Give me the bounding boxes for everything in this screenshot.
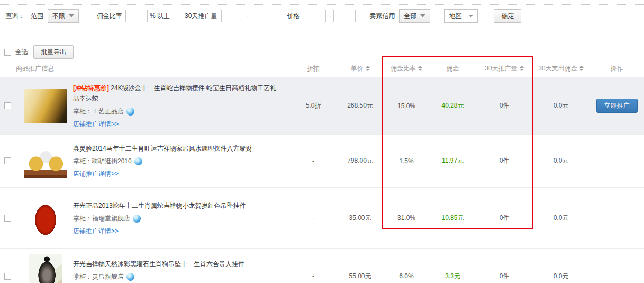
confirm-button[interactable]: 确定 <box>494 9 521 23</box>
row-checkbox[interactable] <box>4 273 11 280</box>
shopkeeper-label: 掌柜： <box>73 107 92 116</box>
cell-commission-rate: 31.0% <box>384 214 429 222</box>
column-header-label: 商品推广信息 <box>16 64 54 73</box>
promo30-label: 30天推广量 <box>185 12 217 21</box>
seller-credit-label: 卖家信用 <box>369 12 395 21</box>
range-select[interactable]: 不限 <box>48 9 79 23</box>
product-title[interactable]: 开光吉祥物天然冰彩黑曜石生肖狗吊坠十二生肖六合贵人挂件 <box>73 259 283 269</box>
batch-export-button[interactable]: 批量导出 <box>33 45 74 59</box>
product-image-wrap <box>21 89 70 123</box>
product-title[interactable]: 真灵验2014马年十二生肖旺运吉祥物家居风水调理摆件八方聚财 <box>73 143 283 154</box>
column-header-promo_30d[interactable]: 30天推广量 <box>476 64 532 73</box>
cell-discount: - <box>290 157 337 165</box>
product-title[interactable]: 开光正品2013蛇年十二生肖属蛇吉祥物小龙贺岁红色吊坠挂件 <box>73 200 283 211</box>
range-dash: - <box>246 12 248 20</box>
column-header-label: 30天推广量 <box>485 64 517 73</box>
range-label: 范围 <box>31 12 43 21</box>
cell-spend-30d: 0.0元 <box>532 156 589 165</box>
filter-bar: 查询： 范围 不限 佣金比率 % 以上 30天推广量 - 价格 - 卖家信用 全… <box>0 8 644 23</box>
table-row: 开光吉祥物天然冰彩黑曜石生肖狗吊坠十二生肖六合贵人挂件 掌柜：灵昌旗舰店 店铺推… <box>0 248 644 283</box>
column-header-product: 商品推广信息 <box>16 64 290 73</box>
column-header-spend_30d[interactable]: 30天支出佣金 <box>532 64 589 73</box>
cell-spend-30d: 0.0元 <box>532 101 589 110</box>
product-image[interactable] <box>30 193 61 243</box>
cell-promo-30d: 0件 <box>476 214 532 223</box>
row-checkbox-cell <box>0 215 16 222</box>
sort-icon[interactable] <box>418 66 422 71</box>
shop-promo-link[interactable]: 店铺推广详情>> <box>73 170 119 179</box>
price-label: 价格 <box>287 12 300 21</box>
cell-commission-rate: 6.0% <box>384 272 429 280</box>
shopkeeper-label: 掌柜： <box>73 272 92 281</box>
cell-unit-price: 35.00元 <box>337 214 384 223</box>
product-cell: 开光吉祥物天然冰彩黑曜石生肖狗吊坠十二生肖六合贵人挂件 掌柜：灵昌旗舰店 店铺推… <box>16 249 290 283</box>
shopkeeper-name: 福瑞堂旗舰店 <box>92 214 130 223</box>
region-select[interactable]: 地区 <box>444 9 478 23</box>
shop-promo-link[interactable]: 店铺推广详情>> <box>73 227 119 236</box>
promo30-max-input[interactable] <box>251 10 273 22</box>
list-toolbar: 全选 批量导出 <box>0 45 644 59</box>
shopkeeper-line: 掌柜：福瑞堂旗舰店 <box>73 214 283 223</box>
row-checkbox-cell <box>0 102 16 109</box>
sort-icon[interactable] <box>366 66 370 71</box>
sort-icon[interactable] <box>579 66 584 71</box>
seller-credit-select[interactable]: 全部 <box>399 9 430 23</box>
cell-action: 立即推广 <box>589 99 644 113</box>
product-title-text: 开光吉祥物天然冰彩黑曜石生肖狗吊坠十二生肖六合贵人挂件 <box>73 260 244 268</box>
cell-commission: 10.85元 <box>429 214 476 223</box>
column-header-unit_price[interactable]: 单价 <box>337 64 384 73</box>
product-cell: 开光正品2013蛇年十二生肖属蛇吉祥物小龙贺岁红色吊坠挂件 掌柜：福瑞堂旗舰店 … <box>16 188 290 248</box>
shop-promo-link[interactable]: 店铺推广详情>> <box>73 120 119 129</box>
shopkeeper-line: 掌柜：灵昌旗舰店 <box>73 272 283 281</box>
cell-spend-30d: 0.0元 <box>532 272 589 281</box>
row-checkbox[interactable] <box>4 157 11 164</box>
wangwang-icon[interactable] <box>126 273 134 281</box>
sort-icon[interactable] <box>520 66 524 71</box>
product-title-text: 真灵验2014马年十二生肖旺运吉祥物家居风水调理摆件八方聚财 <box>73 145 252 152</box>
wangwang-icon[interactable] <box>126 108 134 116</box>
row-checkbox[interactable] <box>4 102 11 109</box>
table-body: [冲钻特惠价] 24K绒沙金十二生肖蛇吉祥物摆件 蛇宝生日高档礼物工艺礼品幸运蛇… <box>0 77 644 283</box>
product-info: [冲钻特惠价] 24K绒沙金十二生肖蛇吉祥物摆件 蛇宝生日高档礼物工艺礼品幸运蛇… <box>73 83 290 129</box>
row-checkbox-cell <box>0 157 16 164</box>
top-dotted-divider <box>0 4 644 5</box>
product-image[interactable] <box>24 89 67 123</box>
price-max-input[interactable] <box>333 10 356 22</box>
cell-commission-rate: 15.0% <box>384 102 429 110</box>
column-header-label: 操作 <box>611 64 623 73</box>
promote-now-button[interactable]: 立即推广 <box>596 99 638 113</box>
wangwang-icon[interactable] <box>133 215 141 223</box>
product-image[interactable] <box>24 145 67 178</box>
row-checkbox-cell <box>0 273 16 280</box>
promo-tag: [冲钻特惠价] <box>73 84 109 92</box>
price-min-input[interactable] <box>304 10 326 22</box>
cell-spend-30d: 0.0元 <box>532 214 589 223</box>
promo30-min-input[interactable] <box>221 10 243 22</box>
cell-promo-30d: 0件 <box>476 101 532 110</box>
product-image[interactable] <box>29 254 62 283</box>
shopkeeper-name: 灵昌旗舰店 <box>92 272 124 281</box>
wangwang-icon[interactable] <box>134 157 142 165</box>
cell-discount: 5.0折 <box>290 101 337 110</box>
commission-rate-unit: % 以上 <box>150 12 170 21</box>
commission-rate-input[interactable] <box>125 10 148 22</box>
column-header-commission_rate[interactable]: 佣金比率 <box>384 64 429 73</box>
table-row: 开光正品2013蛇年十二生肖属蛇吉祥物小龙贺岁红色吊坠挂件 掌柜：福瑞堂旗舰店 … <box>0 187 644 248</box>
shopkeeper-line: 掌柜：骑驴逛街2010 <box>73 157 283 166</box>
column-header-commission: 佣金 <box>429 64 476 73</box>
shopkeeper-name: 工艺正品店 <box>92 107 124 116</box>
row-checkbox[interactable] <box>4 215 11 222</box>
select-all-label: 全选 <box>15 48 28 57</box>
column-header-action: 操作 <box>589 64 644 73</box>
column-header-label: 单价 <box>351 64 364 73</box>
shopkeeper-name: 骑驴逛街2010 <box>92 157 132 166</box>
region-select-value: 地区 <box>449 12 461 21</box>
column-header-label: 佣金 <box>447 64 459 73</box>
cell-commission: 3.3元 <box>429 272 476 281</box>
chevron-down-icon <box>69 14 74 17</box>
range-dash: - <box>329 12 331 20</box>
product-title[interactable]: [冲钻特惠价] 24K绒沙金十二生肖蛇吉祥物摆件 蛇宝生日高档礼物工艺礼品幸运蛇 <box>73 83 283 104</box>
shopkeeper-label: 掌柜： <box>73 157 92 166</box>
select-all-checkbox[interactable] <box>4 49 11 56</box>
range-select-value: 不限 <box>52 12 65 21</box>
